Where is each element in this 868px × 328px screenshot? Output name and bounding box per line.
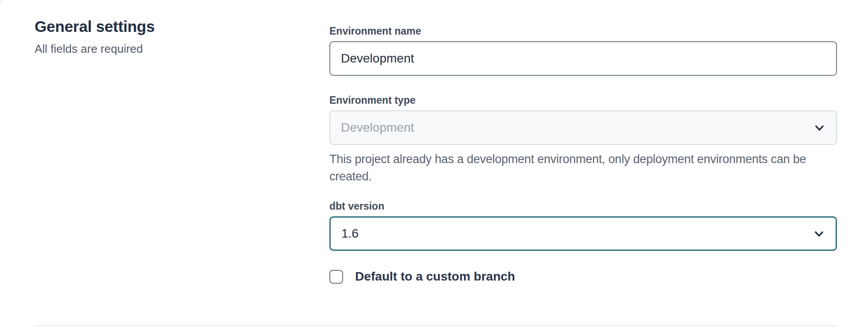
settings-panel: General settings All fields are required… [0,0,868,328]
chevron-down-icon [813,121,826,135]
chevron-down-icon [812,227,826,241]
dbt-version-value: 1.6 [341,226,359,241]
field-dbt-version: dbt version 1.6 [329,200,837,251]
section-header: General settings All fields are required [35,17,301,56]
environment-name-input[interactable] [329,41,837,76]
page-title: General settings [35,17,301,36]
field-custom-branch: Default to a custom branch [329,269,837,284]
dbt-version-select[interactable]: 1.6 [329,216,837,251]
dbt-version-label: dbt version [329,200,837,212]
environment-type-select: Development [329,110,837,145]
environment-type-label: Environment type [329,94,837,106]
field-environment-name: Environment name [329,25,837,76]
field-environment-type: Environment type Development This projec… [329,94,837,185]
custom-branch-label: Default to a custom branch [355,269,515,284]
custom-branch-checkbox[interactable] [329,270,343,284]
page-subtitle: All fields are required [35,42,301,56]
environment-type-value: Development [341,121,414,135]
general-settings-form: Environment name Environment type Develo… [329,25,837,284]
environment-name-label: Environment name [329,25,837,37]
environment-type-helper: This project already has a development e… [329,151,837,185]
section-divider [35,325,837,326]
